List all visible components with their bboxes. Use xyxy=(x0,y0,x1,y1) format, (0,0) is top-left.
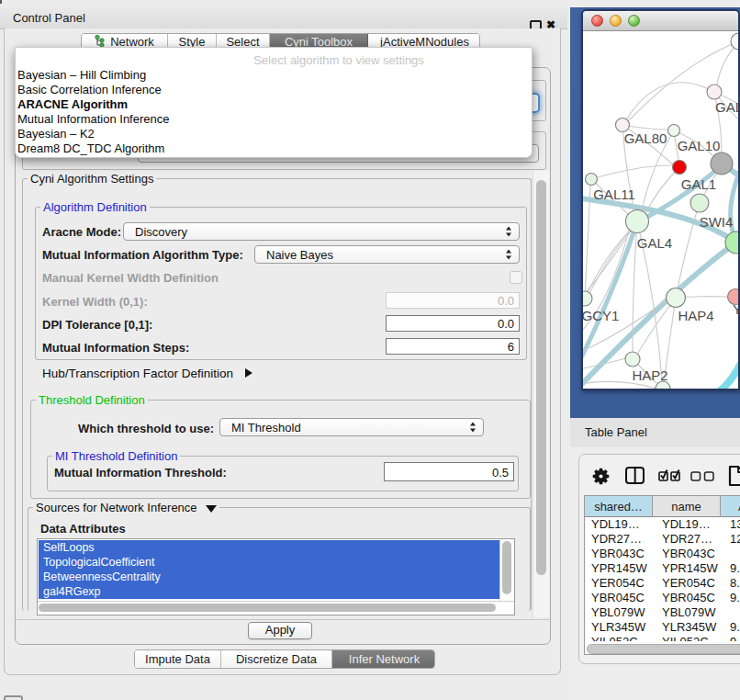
tab-label: Infer Network xyxy=(349,652,420,666)
undock-corner-icon[interactable] xyxy=(4,695,23,700)
table-row[interactable]: YDL19…YDL19…13 xyxy=(585,517,740,532)
tab-label: Discretize Data xyxy=(236,652,317,666)
which-threshold-combobox[interactable]: MI Threshold xyxy=(219,418,484,436)
zoom-traffic-light-icon[interactable] xyxy=(628,15,640,27)
table-row[interactable]: YBR043CYBR043C xyxy=(585,547,740,561)
unchecked-boxes-icon[interactable] xyxy=(690,471,715,481)
attr-list-hthumb[interactable] xyxy=(39,604,496,612)
table-cell: YDR27… xyxy=(585,532,653,547)
column-header-3[interactable]: A xyxy=(721,496,740,517)
table-cell: 9 xyxy=(721,635,740,641)
table-row[interactable]: YIL052CYIL052C9 xyxy=(585,635,740,641)
table-cell: YBL079W xyxy=(653,605,721,620)
table-row[interactable]: YBR045CYBR045C9. xyxy=(585,591,740,605)
network-node-SWI4[interactable] xyxy=(690,194,709,212)
network-node-label: HAP4 xyxy=(678,308,713,323)
mi-algorithm-type-value: Naive Bayes xyxy=(266,248,333,262)
network-node-gray-hub[interactable] xyxy=(711,152,733,175)
attr-list-hscrollbar[interactable] xyxy=(38,601,514,615)
column-header-2[interactable]: name xyxy=(653,496,721,517)
algorithm-option[interactable]: Bayesian – Hill Climbing xyxy=(17,68,146,83)
data-attribute-item[interactable]: TopologicalCoefficient xyxy=(39,555,500,570)
apply-button[interactable]: Apply xyxy=(248,622,312,639)
algorithm-option[interactable]: Dream8 DC_TDC Algorithm xyxy=(17,141,164,156)
table-cell: 9. xyxy=(721,561,740,576)
table-cell: 8. xyxy=(721,576,740,591)
mi-algorithm-type-combobox[interactable]: Naive Bayes xyxy=(254,245,520,264)
table-cell: YBL079W xyxy=(585,605,653,620)
mi-algorithm-type-label: Mutual Information Algorithm Type: xyxy=(42,248,243,262)
kernel-width-field[interactable]: 0.0 xyxy=(386,292,520,309)
data-attribute-item[interactable]: SelfLoops xyxy=(39,540,500,555)
data-attribute-item[interactable]: gal4RGexp xyxy=(39,584,500,599)
network-node-GAL4[interactable] xyxy=(626,210,649,233)
table-row[interactable]: YBL079WYBL079W xyxy=(585,605,740,620)
network-node-GAL-clipped[interactable] xyxy=(707,85,722,99)
settings-vertical-scrollbar[interactable] xyxy=(533,171,549,617)
manual-kernel-width-checkbox[interactable] xyxy=(510,271,522,284)
network-node-GAL11[interactable] xyxy=(586,174,598,186)
data-attributes-label: Data Attributes xyxy=(40,522,126,536)
dpi-tolerance-label: DPI Tolerance [0,1]: xyxy=(42,318,152,332)
expanded-arrow-icon xyxy=(206,505,217,513)
mi-threshold-field[interactable]: 0.5 xyxy=(384,462,514,481)
network-node-label: GAL1 xyxy=(681,176,716,192)
table-cell: YPR145W xyxy=(653,561,721,576)
gear-icon[interactable] xyxy=(592,468,610,485)
mi-steps-field[interactable]: 6 xyxy=(386,338,520,355)
attr-list-vscrollbar[interactable] xyxy=(499,539,514,603)
aracne-mode-combobox[interactable]: Discovery xyxy=(123,222,520,241)
algorithm-dropdown-placeholder: Select algorithm to view settings xyxy=(180,53,498,67)
table-cell: YPR145W xyxy=(585,561,653,576)
mi-threshold-definition-title: MI Threshold Definition xyxy=(52,449,180,463)
sources-group-title[interactable]: Sources for Network Inference xyxy=(33,501,219,514)
node-attribute-table: shared…nameA YDL19…YDL19…13YDR27…YDR27…1… xyxy=(584,495,740,655)
algorithm-option[interactable]: Bayesian – K2 xyxy=(17,127,95,141)
network-node-top-corner[interactable] xyxy=(731,33,740,50)
network-edge[interactable] xyxy=(625,83,714,121)
hub-factor-section-toggle[interactable]: Hub/Transcription Factor Definition xyxy=(42,367,252,380)
which-threshold-label: Which threshold to use: xyxy=(55,422,214,435)
network-node-HAP4[interactable] xyxy=(667,288,686,308)
network-graph-canvas[interactable]: GALGAL80GAL10GAL1GAL11GAL4SWI4GCY1HAP4YH… xyxy=(583,30,740,390)
algorithm-option[interactable]: Basic Correlation Inference xyxy=(17,83,162,97)
network-node-GAL10[interactable] xyxy=(668,125,680,137)
network-edge[interactable] xyxy=(585,186,590,299)
data-attribute-item[interactable]: BetweennessCentrality xyxy=(39,570,500,584)
network-edge-selected[interactable] xyxy=(701,354,740,390)
document-icon[interactable] xyxy=(728,465,740,487)
column-header-1[interactable]: shared… xyxy=(585,496,653,517)
attr-list-vthumb[interactable] xyxy=(502,541,511,594)
tab-impute-data[interactable]: Impute Data xyxy=(135,650,221,668)
dpi-tolerance-field[interactable]: 0.0 xyxy=(386,315,520,332)
tab-infer-network[interactable]: Infer Network xyxy=(332,650,435,668)
network-node-GAL1[interactable] xyxy=(673,161,687,175)
columns-icon[interactable] xyxy=(625,467,645,484)
which-threshold-value: MI Threshold xyxy=(231,421,301,435)
minimize-traffic-light-icon[interactable] xyxy=(610,15,622,27)
checked-boxes-icon[interactable] xyxy=(658,469,681,481)
settings-scrollbar-thumb[interactable] xyxy=(536,180,546,575)
network-edge[interactable] xyxy=(591,165,672,179)
algorithm-option[interactable]: Mutual Information Inference xyxy=(17,112,169,127)
table-panel-titlebar: Table Panel xyxy=(570,418,740,447)
network-node-GCY1[interactable] xyxy=(583,291,592,306)
network-node-label: GCY1 xyxy=(583,308,619,323)
stepper-arrows-icon xyxy=(470,423,477,433)
table-cell: YER054C xyxy=(585,576,653,591)
data-attributes-list[interactable]: SelfLoopsTopologicalCoefficientBetweenne… xyxy=(37,538,515,615)
network-node-HAP2[interactable] xyxy=(625,352,640,367)
close-traffic-light-icon[interactable] xyxy=(591,15,603,27)
table-row[interactable]: YER054CYER054C8. xyxy=(585,576,740,591)
table-row[interactable]: YDR27…YDR27…12 xyxy=(585,532,740,547)
table-cell xyxy=(721,547,740,561)
algorithm-option[interactable]: ARACNE Algorithm xyxy=(17,97,128,112)
table-cell: 13 xyxy=(721,517,740,532)
tab-discretize-data[interactable]: Discretize Data xyxy=(221,650,332,668)
network-window-titlebar[interactable] xyxy=(583,11,738,31)
table-hscrollbar-thumb[interactable] xyxy=(587,644,740,654)
table-row[interactable]: YLR345WYLR345W9. xyxy=(585,620,740,635)
table-row[interactable]: YPR145WYPR145W9. xyxy=(585,561,740,576)
network-node-label: GAL11 xyxy=(593,186,635,202)
table-hscrollbar[interactable] xyxy=(585,641,740,655)
